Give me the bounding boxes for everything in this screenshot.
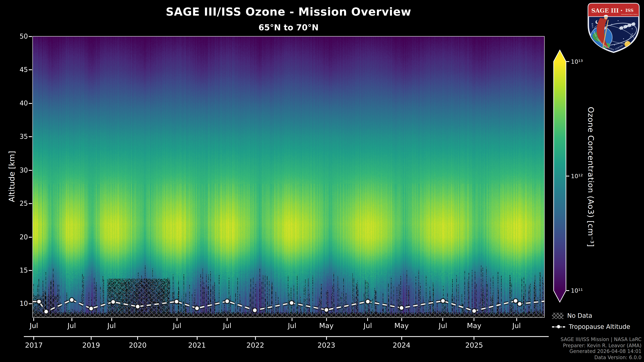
year-tick-mark: [196, 336, 198, 340]
month-tick-label: Jul: [276, 322, 308, 330]
y-tick-mark: [29, 136, 32, 137]
y-tick-label: 40: [0, 99, 28, 107]
logo-title-left: SAGE III: [591, 7, 619, 14]
year-tick-mark: [326, 336, 327, 340]
month-tick-mark: [326, 318, 327, 321]
month-tick-mark: [176, 318, 178, 321]
month-tick-mark: [292, 318, 292, 321]
attribution-block: SAGE III/ISS Mission | NASA LaRC Prepare…: [561, 337, 642, 360]
figure: SAGE III/ISS Ozone - Mission Overview 65…: [0, 0, 644, 362]
month-tick-label: Jul: [18, 322, 50, 330]
month-tick-mark: [227, 318, 228, 321]
month-tick-label: Jul: [95, 322, 128, 330]
month-tick-label: Jul: [351, 322, 384, 330]
colorbar-tick-mark: [566, 290, 569, 291]
logo-separator: •: [620, 8, 623, 13]
month-tick-mark: [474, 318, 474, 321]
month-tick-label: May: [458, 322, 490, 330]
month-tick-label: Jul: [500, 322, 533, 330]
colorbar-tick-label: 10¹²: [571, 172, 583, 180]
footer-line-version: Data Version: 6.0.0: [561, 355, 642, 361]
logo-subtitle: International Space Station: [621, 13, 638, 15]
y-tick-mark: [29, 304, 32, 304]
ozone-heatmap-canvas: [33, 36, 544, 317]
y-tick-label: 10: [0, 300, 28, 308]
chart-subtitle: 65°N to 70°N: [33, 23, 544, 32]
no-data-label: No Data: [567, 312, 592, 319]
mission-logo: SAGE III • ISS International Space Stati…: [586, 2, 641, 54]
month-tick-label: Jul: [55, 322, 88, 330]
y-tick-mark: [29, 69, 32, 70]
y-tick-label: 15: [0, 266, 28, 275]
y-tick-label: 45: [0, 66, 28, 74]
y-tick-mark: [29, 103, 32, 104]
y-tick-label: 20: [0, 233, 28, 241]
year-tick-mark: [137, 336, 138, 340]
year-tick-mark: [474, 336, 474, 340]
year-tick-mark: [401, 336, 402, 340]
colorbar-tick-mark: [566, 176, 569, 176]
month-tick-label: May: [310, 322, 343, 330]
colorbar-tick-label: 10¹³: [571, 58, 583, 65]
footer-line-mission: SAGE III/ISS Mission | NASA LaRC: [561, 337, 642, 343]
year-tick-mark: [91, 336, 92, 340]
legend-item-tropopause: Tropopause Altitude: [552, 322, 630, 332]
year-tick-label: 2017: [18, 341, 50, 349]
month-tick-mark: [111, 318, 112, 321]
tropopause-label: Tropopause Altitude: [569, 323, 630, 330]
footer-line-preparer: Preparer: Kevin R. Leavor (AMA): [561, 343, 642, 349]
year-tick-label: 2024: [385, 341, 418, 349]
year-tick-label: 2021: [180, 341, 214, 349]
legend-item-no-data: No Data: [552, 311, 630, 321]
month-tick-label: May: [385, 322, 418, 330]
tropopause-line-swatch: [552, 326, 565, 327]
y-tick-label: 50: [0, 32, 28, 40]
year-tick-label: 2023: [310, 341, 343, 349]
no-data-hatch-swatch: [552, 313, 564, 319]
logo-title-right: ISS: [626, 8, 634, 13]
y-tick-label: 35: [0, 133, 28, 141]
colorbar-tick-mark: [566, 61, 569, 62]
year-tick-label: 2019: [75, 341, 108, 349]
month-tick-label: Jul: [161, 322, 194, 330]
colorbar-label: Ozone Concentration (Ao3) [cm⁻³]: [586, 107, 596, 247]
month-tick-mark: [368, 318, 368, 321]
month-tick-label: Jul: [211, 322, 244, 330]
month-tick-mark: [401, 318, 402, 321]
colorbar-tick-label: 10¹¹: [571, 287, 583, 294]
y-tick-mark: [29, 36, 32, 37]
month-tick-mark: [34, 318, 34, 321]
y-tick-label: 30: [0, 166, 28, 174]
chart-title: SAGE III/ISS Ozone - Mission Overview: [33, 5, 544, 18]
y-tick-mark: [29, 170, 32, 171]
y-tick-mark: [29, 270, 32, 271]
year-tick-label: 2025: [458, 341, 490, 349]
legend: No Data Tropopause Altitude: [552, 311, 630, 333]
year-tick-label: 2022: [239, 341, 272, 349]
colorbar-bar: [554, 50, 566, 302]
month-tick-label: Jul: [426, 322, 459, 330]
year-axis-line: [24, 336, 549, 337]
y-tick-mark: [29, 237, 32, 238]
month-tick-mark: [71, 318, 72, 321]
year-tick-mark: [255, 336, 256, 340]
y-tick-mark: [29, 203, 32, 204]
y-tick-label: 25: [0, 200, 28, 208]
year-tick-mark: [34, 336, 34, 340]
tropopause-marker-dot: [556, 325, 560, 329]
year-tick-label: 2020: [121, 341, 154, 349]
month-tick-mark: [516, 318, 517, 321]
month-tick-mark: [442, 318, 444, 321]
footer-line-generated: Generated 2026-04-08 14:01: [561, 349, 642, 355]
